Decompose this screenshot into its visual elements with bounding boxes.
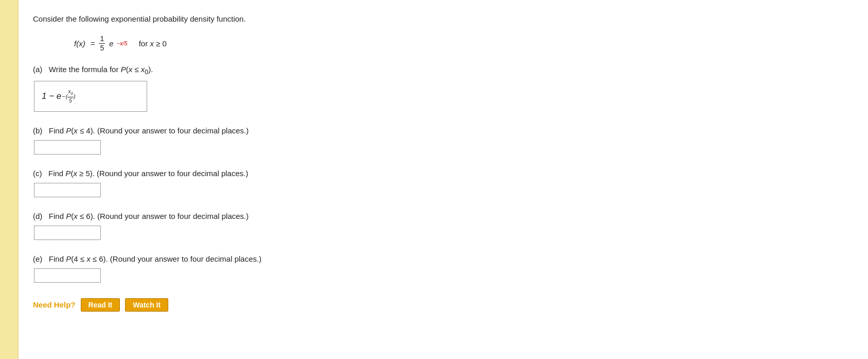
part-c-letter: (c) — [33, 169, 42, 178]
part-c-section: (c) Find P(x ≥ 5). (Round your answer to… — [33, 169, 847, 197]
part-d-letter: (d) — [33, 212, 42, 220]
intro-text: Consider the following exponential proba… — [33, 14, 847, 23]
part-d-section: (d) Find P(x ≤ 6). (Round your answer to… — [33, 212, 847, 240]
part-c-input[interactable] — [34, 183, 101, 197]
part-a-section: (a) Write the formula for P(x ≤ x0). 1 −… — [33, 65, 847, 112]
e-base: e — [109, 39, 113, 48]
part-a-label: (a) Write the formula for P(x ≤ x0). — [33, 65, 847, 76]
main-formula: f(x) = 1 5 e −x/5 for x ≥ 0 — [74, 35, 847, 53]
part-c-label: (c) Find P(x ≥ 5). (Round your answer to… — [33, 169, 847, 178]
need-help-label: Need Help? — [33, 300, 76, 309]
coefficient-fraction: 1 5 — [99, 35, 105, 53]
read-it-button[interactable]: Read It — [81, 298, 120, 312]
exponent: −x/5 — [117, 40, 128, 46]
part-e-input[interactable] — [34, 268, 101, 283]
part-e-label: (e) Find P(4 ≤ x ≤ 6). (Round your answe… — [33, 254, 847, 263]
one-minus: 1 − e — [42, 91, 61, 101]
watch-it-button[interactable]: Watch It — [125, 298, 168, 312]
part-d-label: (d) Find P(x ≤ 6). (Round your answer to… — [33, 212, 847, 220]
fx-label: f(x) — [74, 39, 85, 48]
part-a-formula-display: 1 − e − ( x0 5 ) — [42, 88, 76, 104]
part-b-label: (b) Find P(x ≤ 4). (Round your answer to… — [33, 126, 847, 135]
part-a-letter: (a) — [33, 65, 42, 74]
part-e-section: (e) Find P(4 ≤ x ≤ 6). (Round your answe… — [33, 254, 847, 283]
part-b-section: (b) Find P(x ≤ 4). (Round your answer to… — [33, 126, 847, 155]
part-d-input[interactable] — [34, 226, 101, 240]
need-help-bar: Need Help? Read It Watch It — [33, 298, 847, 312]
equals-sign: = — [91, 39, 95, 48]
formula-exponent: − ( x0 5 ) — [62, 88, 75, 104]
left-accent-bar — [0, 0, 19, 359]
part-e-letter: (e) — [33, 254, 42, 263]
domain-text: for x ≥ 0 — [139, 39, 167, 48]
part-b-input[interactable] — [34, 140, 101, 155]
part-a-answer-box: 1 − e − ( x0 5 ) — [34, 81, 147, 112]
part-b-letter: (b) — [33, 126, 42, 135]
